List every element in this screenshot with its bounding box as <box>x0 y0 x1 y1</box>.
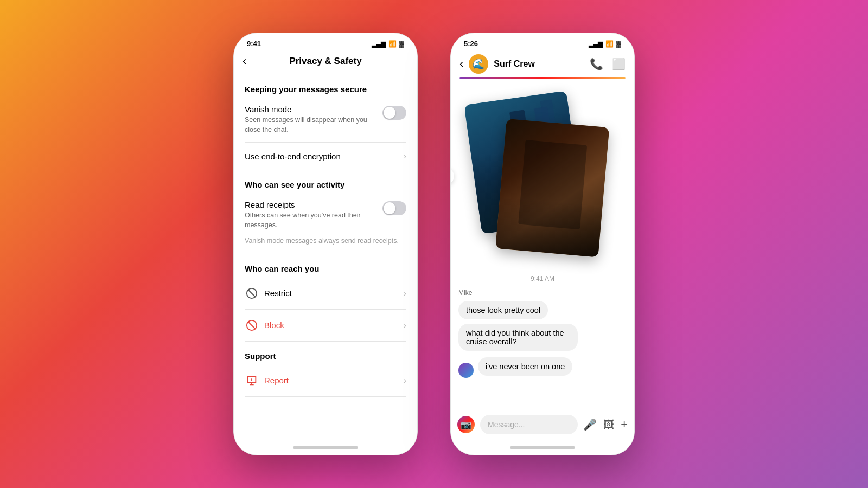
encryption-row[interactable]: Use end-to-end encryption › <box>234 144 417 169</box>
status-icons-1: ▂▄▆ 📶 ▓ <box>372 40 404 48</box>
message-placeholder: Message... <box>488 420 525 429</box>
report-icon <box>245 374 259 388</box>
encryption-chevron: › <box>404 151 406 161</box>
chat-action-buttons: 📞 ⬜ <box>590 57 626 70</box>
page-title: Privacy & Safety <box>289 56 361 67</box>
mike-messages: Mike those look pretty cool what did you… <box>458 289 627 353</box>
read-receipts-subtitle: Others can see when you've read their me… <box>245 211 376 230</box>
encryption-label: Use end-to-end encryption <box>245 152 341 161</box>
status-bar-1: 9:41 ▂▄▆ 📶 ▓ <box>234 33 417 50</box>
restrict-chevron: › <box>404 288 406 298</box>
back-button[interactable]: ‹ <box>242 54 246 68</box>
home-indicator-2 <box>451 440 634 455</box>
restrict-icon <box>245 286 259 300</box>
vanish-mode-note: Vanish mode messages always send read re… <box>234 236 417 253</box>
block-label: Block <box>264 320 284 330</box>
restrict-row[interactable]: Restrict › <box>234 279 417 308</box>
block-chevron: › <box>404 320 406 330</box>
wifi-icon-2: 📶 <box>605 40 614 48</box>
message-bubble-3: i've never been on one <box>478 357 572 376</box>
privacy-content: Keeping your messages secure Vanish mode… <box>234 74 417 440</box>
chat-screen: ‹ 🌊 Surf Crew 📞 ⬜ <box>451 50 634 440</box>
block-icon <box>245 318 259 332</box>
report-row[interactable]: Report › <box>234 366 417 395</box>
time-display-1: 9:41 <box>247 40 261 48</box>
wifi-icon-1: 📶 <box>388 40 397 48</box>
message-bubble-2: what did you think about the cruise over… <box>458 324 578 351</box>
plus-button[interactable]: + <box>621 418 628 432</box>
read-receipts-toggle[interactable] <box>382 201 406 215</box>
video-icon[interactable]: ⬜ <box>612 57 626 70</box>
chat-phone: 5:26 ▂▄▆ 📶 ▓ ‹ 🌊 Surf Crew 📞 ⬜ <box>450 33 635 455</box>
report-label: Report <box>264 376 289 385</box>
read-receipts-title: Read receipts <box>245 200 376 209</box>
message-input[interactable]: Message... <box>480 415 578 434</box>
restrict-label: Restrict <box>264 288 292 298</box>
time-display-2: 5:26 <box>464 40 478 48</box>
signal-icon-2: ▂▄▆ <box>589 40 603 48</box>
chat-input-bar: 📷 Message... 🎤 🖼 + <box>451 410 634 440</box>
photo-button[interactable]: 🖼 <box>603 419 614 431</box>
mic-button[interactable]: 🎤 <box>583 418 597 431</box>
camera-button[interactable]: 📷 <box>457 416 475 433</box>
send-float-icon <box>451 168 454 185</box>
sender-name-mike: Mike <box>458 289 472 297</box>
divider-2 <box>245 170 406 170</box>
chat-nav-bar: ‹ 🌊 Surf Crew 📞 ⬜ <box>451 50 634 74</box>
message-bubble-1: those look pretty cool <box>458 301 548 319</box>
privacy-phone: 9:41 ▂▄▆ 📶 ▓ ‹ Privacy & Safety Keeping … <box>233 33 418 455</box>
divider-3 <box>245 254 406 254</box>
other-message-row: i've never been on one <box>458 357 627 378</box>
battery-icon-2: ▓ <box>616 40 621 48</box>
section-header-support: Support <box>234 343 417 366</box>
report-chevron: › <box>404 376 406 386</box>
photo-card-2 <box>495 119 609 258</box>
privacy-screen: ‹ Privacy & Safety Keeping your messages… <box>234 50 417 440</box>
battery-icon-1: ▓ <box>399 40 404 48</box>
chat-content: 9:41 AM Mike those look pretty cool what… <box>451 79 634 410</box>
read-receipts-setting: Read receipts Others can see when you've… <box>234 195 417 236</box>
status-bar-2: 5:26 ▂▄▆ 📶 ▓ <box>451 33 634 50</box>
group-avatar: 🌊 <box>469 54 488 74</box>
input-action-buttons: 🎤 🖼 + <box>583 418 628 432</box>
section-header-reach: Who can reach you <box>234 255 417 279</box>
other-user-avatar <box>458 363 474 378</box>
vanish-mode-subtitle: Seen messages will disappear when you cl… <box>245 115 376 134</box>
divider-5 <box>245 341 406 342</box>
message-timestamp: 9:41 AM <box>458 275 627 282</box>
divider-6 <box>245 396 406 397</box>
home-indicator-1 <box>234 440 417 455</box>
privacy-nav-bar: ‹ Privacy & Safety <box>234 50 417 74</box>
section-header-activity: Who can see your activity <box>234 171 417 195</box>
status-icons-2: ▂▄▆ 📶 ▓ <box>589 40 621 48</box>
signal-icon-1: ▂▄▆ <box>372 40 386 48</box>
divider-1 <box>245 142 406 143</box>
chat-group-name: Surf Crew <box>494 59 584 69</box>
vanish-mode-title: Vanish mode <box>245 105 376 114</box>
photo-stack <box>458 84 627 268</box>
block-row[interactable]: Block › <box>234 311 417 340</box>
phone-icon[interactable]: 📞 <box>590 57 603 70</box>
vanish-mode-setting: Vanish mode Seen messages will disappear… <box>234 99 417 141</box>
chat-back-button[interactable]: ‹ <box>459 57 463 71</box>
section-header-secure: Keeping your messages secure <box>234 76 417 99</box>
vanish-mode-toggle[interactable] <box>382 106 406 120</box>
divider-4 <box>245 309 406 310</box>
